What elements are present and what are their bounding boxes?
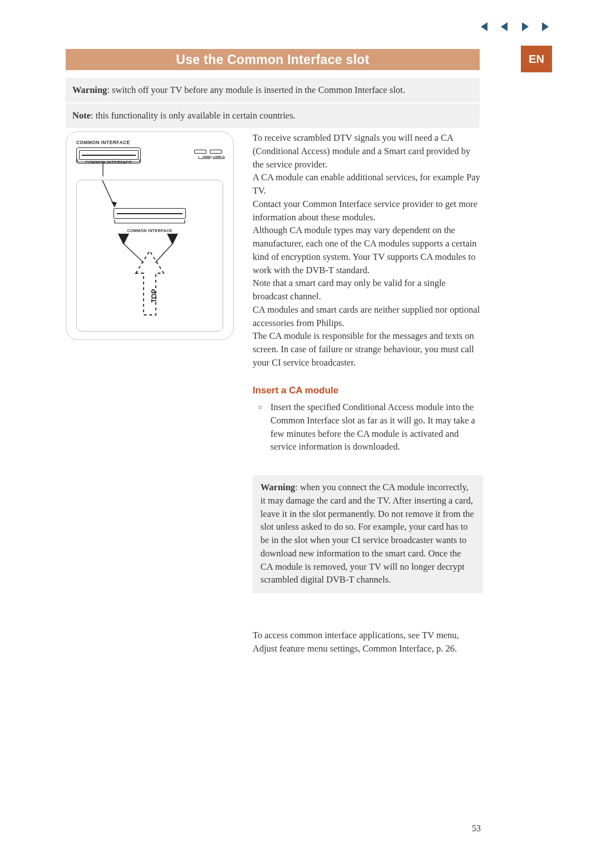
svg-line-6 <box>124 244 144 263</box>
language-code: EN <box>529 53 544 66</box>
insert-step-text: Insert the specified Conditional Access … <box>253 401 483 453</box>
list-bullet-icon: ○ <box>258 402 263 413</box>
warning-text: : switch off your TV before any module i… <box>107 85 405 95</box>
warning-label: Warning <box>72 85 107 95</box>
svg-marker-8 <box>136 251 164 315</box>
closing-paragraph: To access common interface applications,… <box>253 629 483 655</box>
previous-page-icon[interactable] <box>499 21 510 32</box>
svg-marker-4 <box>118 234 129 245</box>
page-title-band: Use the Common Interface slot <box>66 49 480 70</box>
last-page-icon[interactable] <box>541 21 552 32</box>
warning-box-bottom: Warning: when you connect the CA module … <box>253 475 483 593</box>
insert-ca-step: ○ Insert the specified Conditional Acces… <box>253 401 483 453</box>
page-nav <box>477 21 552 32</box>
warning-box-top: Warning: switch off your TV before any m… <box>66 78 480 102</box>
lower-panel: COMMON INTERFACE TOP <box>76 180 223 332</box>
note-label: Note <box>72 110 91 121</box>
svg-line-7 <box>155 244 173 263</box>
page-title: Use the Common Interface slot <box>176 52 369 67</box>
hdmi-labels: HDMI 1 HDMI 2 <box>203 155 224 159</box>
top-label: TOP <box>150 289 158 303</box>
ci-slot-detail-icon <box>114 208 186 219</box>
note-box: Note: this functionality is only availab… <box>66 103 480 128</box>
hdmi2-label: HDMI 2 <box>214 155 224 159</box>
page-number: 53 <box>472 823 481 834</box>
next-page-icon[interactable] <box>520 21 531 32</box>
insert-ca-heading: Insert a CA module <box>253 385 338 396</box>
body-text: To receive scrambled DTV signals you wil… <box>253 131 483 369</box>
language-badge: EN <box>521 46 552 72</box>
note-text: : this functionality is only available i… <box>91 110 295 121</box>
svg-marker-5 <box>167 234 178 245</box>
warning2-label: Warning <box>260 482 295 492</box>
ci-slot-illustration: COMMON INTERFACE COMMON INTERFACE HDMI 1… <box>66 131 234 340</box>
insert-card-arrows-icon: TOP <box>102 231 197 320</box>
warning2-text: : when you connect the CA module incorre… <box>260 482 474 585</box>
hdmi-ports-icon <box>194 150 222 154</box>
ci-bracket-label: COMMON INTERFACE <box>85 160 132 165</box>
body-paragraph: To receive scrambled DTV signals you wil… <box>253 131 483 369</box>
hdmi1-label: HDMI 1 <box>203 155 212 159</box>
first-page-icon[interactable] <box>477 21 489 32</box>
closing-text: To access common interface applications,… <box>253 630 459 654</box>
